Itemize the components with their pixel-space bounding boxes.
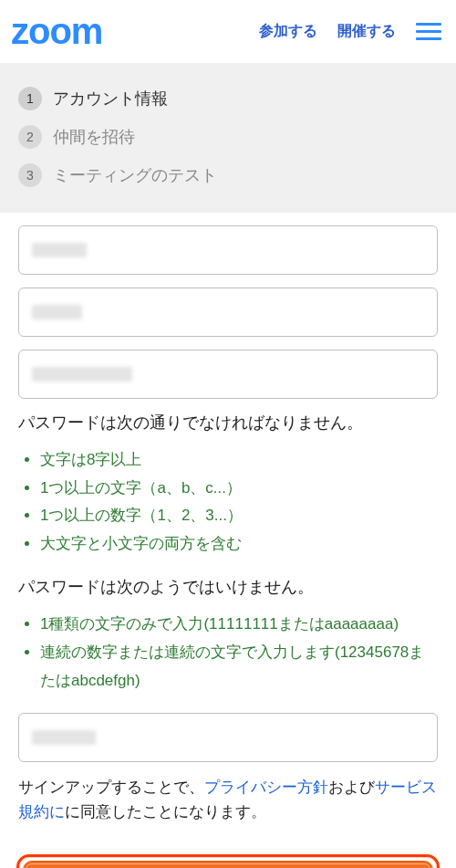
step-number: 2 — [18, 125, 42, 149]
redacted-value — [32, 305, 82, 319]
password-field[interactable] — [18, 350, 438, 399]
step-test-meeting: 3 ミーティングのテスト — [18, 156, 438, 194]
confirm-password-field[interactable] — [18, 713, 438, 762]
step-label: アカウント情報 — [53, 88, 168, 110]
password-mustnot-title: パスワードは次のようではいけません。 — [18, 576, 438, 598]
rule-item: 1種類の文字のみで入力(11111111またはaaaaaaaa) — [40, 611, 438, 639]
agreement-text: サインアップすることで、プライバシー方針およびサービス規約にに同意したことになり… — [18, 775, 438, 824]
join-link[interactable]: 参加する — [259, 22, 317, 41]
agree-suffix: に同意したことになります。 — [65, 803, 266, 821]
agree-mid: および — [328, 779, 375, 796]
password-rules-must: 文字は8字以上 1つ以上の文字（a、b、c...） 1つ以上の数字（1、2、3.… — [18, 446, 438, 558]
agree-prefix: サインアップすることで、 — [18, 779, 204, 796]
continue-highlight: 続ける — [16, 854, 440, 868]
zoom-logo: zoom — [11, 11, 102, 52]
redacted-value — [32, 730, 96, 745]
step-label: ミーティングのテスト — [53, 164, 217, 186]
rule-item: 1つ以上の文字（a、b、c...） — [40, 475, 438, 503]
step-label: 仲間を招待 — [53, 126, 135, 148]
rule-item: 1つ以上の数字（1、2、3...） — [40, 502, 438, 530]
step-account-info: 1 アカウント情報 — [18, 79, 438, 118]
password-must-title: パスワードは次の通りでなければなりません。 — [18, 412, 438, 434]
step-invite: 2 仲間を招待 — [18, 118, 438, 156]
menu-icon[interactable] — [416, 19, 441, 45]
step-number: 1 — [18, 87, 42, 110]
redacted-value — [32, 367, 132, 382]
continue-button[interactable]: 続ける — [23, 861, 433, 868]
redacted-value — [32, 243, 87, 257]
rule-item: 連続の数字または連続の文字で入力します(12345678またはabcdefgh) — [40, 639, 438, 695]
signup-steps: 1 アカウント情報 2 仲間を招待 3 ミーティングのテスト — [0, 63, 456, 213]
privacy-policy-link[interactable]: プライバシー方針 — [204, 779, 328, 796]
password-rules-mustnot: 1種類の文字のみで入力(11111111またはaaaaaaaa) 連続の数字また… — [18, 611, 438, 695]
rule-item: 文字は8字以上 — [40, 446, 438, 475]
rule-item: 大文字と小文字の両方を含む — [40, 530, 438, 559]
step-number: 3 — [18, 163, 42, 187]
first-name-field[interactable] — [18, 225, 438, 275]
host-link[interactable]: 開催する — [337, 22, 396, 41]
last-name-field[interactable] — [18, 288, 438, 337]
